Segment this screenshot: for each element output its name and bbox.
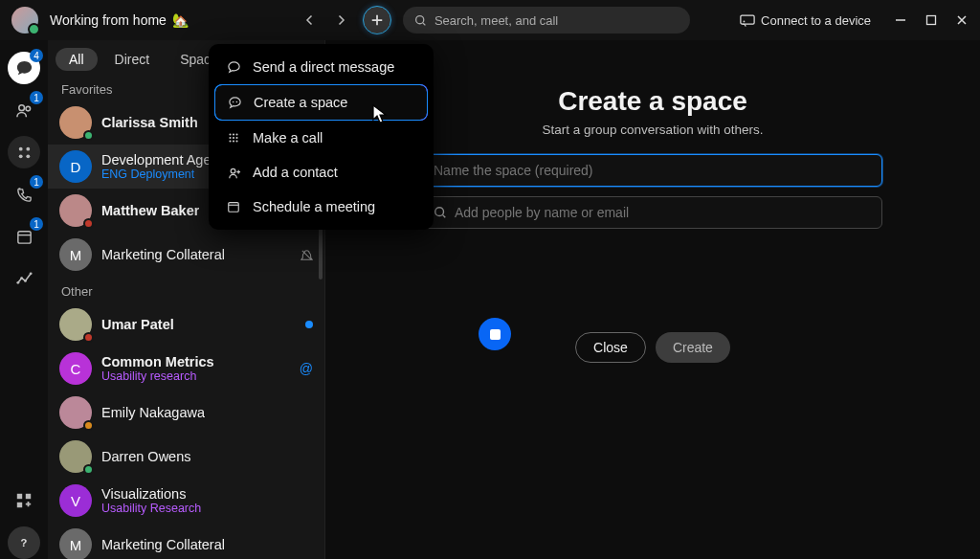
avatar — [59, 106, 92, 139]
rail-calendar[interactable]: 1 — [8, 220, 40, 253]
svg-point-0 — [416, 15, 424, 23]
rail-calls[interactable]: 1 — [8, 178, 40, 211]
svg-point-31 — [231, 168, 235, 173]
svg-point-5 — [26, 106, 31, 111]
close-window-button[interactable] — [955, 13, 969, 27]
add-people-field[interactable] — [423, 196, 882, 229]
search-icon — [434, 206, 447, 219]
avatar: V — [59, 484, 92, 517]
menu-send-dm[interactable]: Send a direct message — [214, 50, 428, 84]
item-title: Common Metrics — [101, 354, 214, 369]
section-other[interactable]: Other — [48, 277, 324, 302]
svg-point-13 — [24, 279, 27, 281]
rail-teams[interactable] — [8, 136, 40, 168]
status-label: Working from home — [50, 12, 167, 28]
svg-point-22 — [229, 133, 231, 135]
app-window: Working from home 🏡 Search, meet, and ca… — [0, 0, 980, 559]
list-item[interactable]: MMarketing Collateral — [48, 233, 324, 277]
add-people-input[interactable] — [455, 205, 872, 220]
tab-direct[interactable]: Direct — [101, 48, 164, 71]
item-title: Emily Nakagawa — [101, 405, 205, 420]
avatar: M — [59, 238, 92, 271]
badge: 1 — [30, 175, 43, 189]
list-item[interactable]: VVisualizationsUsability Research — [48, 479, 324, 523]
rail-people[interactable]: 1 — [8, 94, 40, 126]
menu-make-call[interactable]: Make a call — [214, 121, 428, 155]
connect-device-button[interactable]: Connect to a device — [740, 13, 871, 28]
rail-messaging[interactable]: 4 — [8, 52, 40, 84]
svg-point-12 — [20, 277, 23, 280]
svg-point-24 — [235, 133, 237, 135]
svg-point-28 — [229, 140, 231, 142]
item-title: Marketing Collateral — [101, 247, 225, 262]
nav-arrows — [301, 11, 349, 29]
panel-title: Create a space — [558, 86, 747, 117]
item-subtitle: Usability research — [101, 369, 214, 383]
titlebar: Working from home 🏡 Search, meet, and ca… — [0, 0, 980, 40]
menu-label: Create a space — [254, 95, 347, 110]
close-button[interactable]: Close — [575, 332, 646, 363]
svg-point-26 — [233, 137, 234, 139]
rail-analytics[interactable] — [8, 262, 40, 295]
svg-rect-10 — [17, 231, 30, 242]
mention-icon: @ — [300, 361, 313, 376]
floating-action-button[interactable] — [479, 318, 511, 350]
svg-rect-32 — [229, 203, 239, 212]
maximize-button[interactable] — [924, 13, 938, 27]
svg-rect-1 — [741, 15, 754, 24]
svg-point-8 — [18, 154, 22, 158]
list-item[interactable]: CCommon MetricsUsability research@ — [48, 347, 324, 391]
svg-point-9 — [26, 154, 30, 158]
dialpad-icon — [226, 130, 241, 145]
back-button[interactable] — [301, 11, 319, 29]
action-row: Close Create — [575, 332, 730, 363]
chat-icon — [226, 59, 241, 75]
menu-schedule-meeting[interactable]: Schedule a meeting — [214, 190, 428, 224]
svg-rect-16 — [26, 494, 31, 499]
list-item[interactable]: Darren Owens — [48, 435, 324, 479]
avatar: M — [59, 528, 92, 559]
item-title: Umar Patel — [101, 317, 174, 332]
new-menu-dropdown: Send a direct message Create a space Mak… — [209, 44, 434, 230]
menu-add-contact[interactable]: Add a contact — [214, 155, 428, 190]
status-emoji: 🏡 — [172, 12, 189, 28]
user-status[interactable]: Working from home 🏡 — [50, 12, 189, 28]
list-item[interactable]: Emily Nakagawa — [48, 391, 324, 435]
svg-point-20 — [232, 101, 234, 102]
tab-all[interactable]: All — [56, 48, 98, 71]
item-subtitle: Usability Research — [101, 502, 201, 515]
new-button[interactable] — [363, 6, 391, 34]
avatar: D — [59, 150, 92, 183]
menu-create-space[interactable]: Create a space — [214, 84, 428, 121]
user-avatar[interactable] — [11, 7, 38, 34]
svg-point-25 — [229, 137, 231, 139]
space-name-field[interactable] — [423, 154, 882, 187]
nav-rail: 4 1 1 1 ? — [0, 40, 48, 559]
forward-button[interactable] — [332, 11, 349, 29]
global-search[interactable]: Search, meet, and call — [403, 7, 690, 34]
list-item[interactable]: Umar Patel — [48, 302, 324, 347]
item-title: Clarissa Smith — [101, 115, 198, 130]
svg-point-29 — [233, 140, 234, 142]
svg-text:?: ? — [21, 537, 28, 548]
list-item[interactable]: MMarketing Collateral — [48, 523, 324, 559]
avatar: C — [59, 352, 92, 385]
minimize-button[interactable] — [894, 13, 907, 27]
unread-indicator — [305, 321, 313, 328]
menu-label: Make a call — [253, 130, 323, 145]
svg-point-27 — [235, 137, 237, 139]
rail-apps[interactable] — [8, 484, 40, 517]
item-title: Darren Owens — [101, 449, 190, 464]
create-space-form — [423, 154, 882, 229]
svg-point-21 — [235, 101, 237, 102]
rail-help[interactable]: ? — [8, 526, 40, 559]
space-name-input[interactable] — [434, 163, 872, 178]
svg-point-14 — [29, 272, 32, 275]
calendar-icon — [226, 199, 241, 214]
svg-rect-17 — [17, 503, 22, 507]
body: 4 1 1 1 ? — [0, 40, 980, 559]
svg-point-23 — [233, 133, 234, 135]
svg-point-30 — [235, 140, 237, 142]
avatar — [59, 194, 92, 227]
space-icon — [227, 95, 242, 110]
